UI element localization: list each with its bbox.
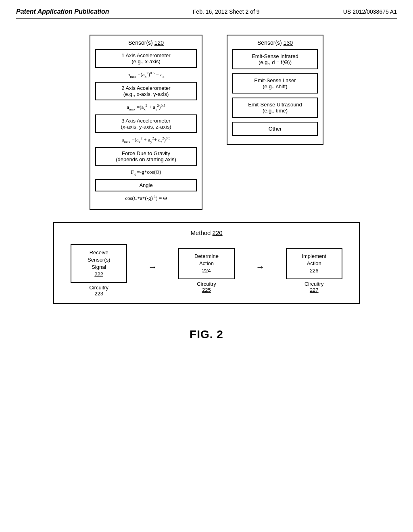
sensor-130-item-2: Emit-Sense Laser(e.g., shift) [232,73,318,94]
method-220-title: Method 220 [62,229,351,236]
formula-5: cos(C*a*(-g)-1) = Θ [95,195,197,202]
sensor-120-item-5: Angle [95,179,197,191]
sensor-120-item-2: 2 Axis Accelerometer(e.g., x-axis, y-axi… [95,82,197,100]
method-step-2: DetermineAction224 Circuitry225 [178,248,235,293]
step-2-box: DetermineAction224 [178,248,235,280]
sensor-120-title: Sensor(s) 120 [95,39,197,46]
figure-label: FIG. 2 [190,328,223,341]
arrow-1: → [148,262,157,272]
formula-2: amax =(ax2 + ay2)0.5 [95,104,197,111]
page: Patent Application Publication Feb. 16, … [0,0,413,532]
sensor-120-box: Sensor(s) 120 1 Axis Accelerometer(e.g.,… [90,35,202,210]
sensor-130-item-3: Emit-Sense Ultrasound(e.g., time) [232,98,318,118]
top-section: Sensor(s) 120 1 Axis Accelerometer(e.g.,… [90,35,323,210]
formula-4: Fg =-g*cos(Θ) [95,169,197,176]
arrow-2: → [256,262,265,272]
step-3-box: ImplementAction226 [286,248,342,280]
step-1-box: ReceiveSensor(s)Signal222 [71,244,127,283]
sensor-130-box: Sensor(s) 130 Emit-Sense Infrared(e.g., … [227,35,323,145]
date-sheet-label: Feb. 16, 2012 Sheet 2 of 9 [193,8,260,15]
circuitry-227-label: Circuitry227 [305,281,324,293]
sensor-130-item-4: Other [232,122,318,136]
sensor-120-item-3: 3 Axis Accelerometer(x-axis, y-axis, z-a… [95,114,197,133]
sensor-120-item-4: Force Due to Gravity(depends on starting… [95,147,197,166]
method-step-3: ImplementAction226 Circuitry227 [286,248,342,293]
formula-1: amax =(ax2)0.5 = ax [95,71,197,79]
circuitry-223-label: Circuitry223 [89,285,108,297]
page-header: Patent Application Publication Feb. 16, … [16,8,397,19]
circuitry-225-label: Circuitry225 [197,281,216,293]
publication-label: Patent Application Publication [16,8,109,15]
method-flow: ReceiveSensor(s)Signal222 Circuitry223 →… [62,244,351,297]
formula-3: amax =(ax2 + ay2+ az2)0.5 [95,136,197,144]
diagram-area: Sensor(s) 120 1 Axis Accelerometer(e.g.,… [16,35,397,341]
method-220-box: Method 220 ReceiveSensor(s)Signal222 Cir… [53,222,360,304]
sensor-130-title: Sensor(s) 130 [232,39,318,46]
sensor-120-item-1: 1 Axis Accelerometer(e.g., x-axis) [95,49,197,68]
sensor-130-item-1: Emit-Sense Infrared(e.g., d = f(Θ)) [232,49,318,69]
method-step-1: ReceiveSensor(s)Signal222 Circuitry223 [71,244,127,297]
patent-number-label: US 2012/0038675 A1 [343,8,397,15]
